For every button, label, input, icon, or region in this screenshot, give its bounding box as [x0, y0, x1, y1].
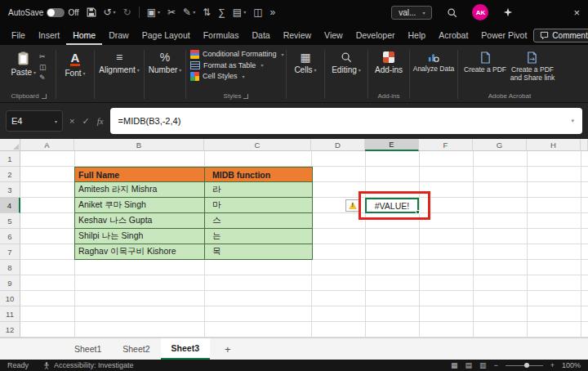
normal-view-button[interactable]: ▦: [451, 362, 458, 369]
row-header[interactable]: 2: [0, 167, 20, 182]
tab-data[interactable]: Data: [245, 26, 276, 45]
row-header[interactable]: 3: [0, 182, 20, 198]
formula-bar-expand-icon[interactable]: ▾: [571, 118, 574, 124]
name-box[interactable]: E4 ▾: [6, 110, 63, 132]
fill-handle[interactable]: [416, 210, 420, 214]
cells-group-button[interactable]: ▦ Cells: [294, 48, 316, 74]
copilot-button[interactable]: [503, 7, 513, 17]
cell-result[interactable]: 는: [205, 229, 313, 244]
cell-name[interactable]: Amitesh 라지 Mishra: [74, 182, 205, 198]
cut-button[interactable]: ✂: [39, 52, 47, 61]
tab-page-layout[interactable]: Page Layout: [136, 26, 197, 45]
page-break-view-button[interactable]: ▥: [479, 362, 487, 369]
tab-insert[interactable]: Insert: [32, 26, 66, 45]
cells-canvas[interactable]: Full Name MIDB function Amitesh 라지 Mishr…: [20, 151, 588, 337]
cell-name[interactable]: Shilpi 나는 Singh: [74, 229, 205, 244]
close-window-button[interactable]: ×: [573, 7, 580, 19]
conditional-formatting-button[interactable]: Conditional Formatting: [189, 48, 286, 60]
sheet-tab-sheet3-active[interactable]: Sheet3: [161, 338, 210, 360]
zoom-level[interactable]: 100%: [562, 361, 581, 369]
column-header[interactable]: D: [311, 139, 365, 151]
row-header[interactable]: 5: [0, 213, 20, 229]
autosum-quick-button[interactable]: ∑: [218, 7, 225, 17]
cell-result[interactable]: 목: [205, 244, 313, 260]
cell-name[interactable]: Raghav 이목구비 Kishore: [74, 244, 205, 260]
selected-cell-E4[interactable]: #VALUE!: [365, 198, 419, 213]
alignment-group-button[interactable]: ≡ Alignment: [99, 48, 139, 74]
select-all-button[interactable]: [0, 139, 20, 151]
cell-result[interactable]: 스: [205, 213, 313, 229]
cell-result[interactable]: 라: [205, 182, 313, 198]
zoom-slider[interactable]: [506, 365, 543, 366]
tab-acrobat[interactable]: Acrobat: [432, 26, 474, 45]
sort-quick-button[interactable]: ⇅: [203, 7, 211, 17]
cancel-button[interactable]: ×: [69, 116, 74, 126]
row-header[interactable]: 8: [0, 260, 20, 275]
accessibility-status[interactable]: Accessibility: Investigate: [43, 361, 134, 369]
tab-draw[interactable]: Draw: [102, 26, 136, 45]
row-header[interactable]: 10: [0, 291, 20, 306]
create-pdf-button[interactable]: Create a PDF: [464, 48, 506, 74]
search-box[interactable]: val... ▾: [391, 6, 432, 20]
cell-styles-button[interactable]: Cell Styles: [189, 70, 247, 82]
tab-help[interactable]: Help: [402, 26, 433, 45]
cell-name[interactable]: Aniket 쿠마 Singh: [74, 198, 205, 213]
comments-button[interactable]: Comments: [533, 29, 588, 42]
analyze-data-button[interactable]: Analyze Data: [413, 48, 455, 74]
format-as-table-button[interactable]: Format as Table: [189, 60, 265, 70]
column-header[interactable]: C: [204, 139, 311, 151]
cell-name[interactable]: Keshav 나스 Gupta: [74, 213, 205, 229]
tab-power-pivot[interactable]: Power Pivot: [474, 26, 533, 45]
editing-group-button[interactable]: Editing: [332, 48, 361, 74]
new-sheet-button[interactable]: +: [225, 343, 231, 355]
dialog-launcher-icon[interactable]: [243, 94, 248, 99]
cut-quick-button[interactable]: ✂: [167, 7, 176, 17]
error-checking-button[interactable]: [345, 199, 359, 212]
table-header-midb-function[interactable]: MIDB function: [205, 167, 313, 182]
tab-developer[interactable]: Developer: [350, 26, 402, 45]
dialog-launcher-icon[interactable]: [42, 94, 47, 99]
tab-formulas[interactable]: Formulas: [197, 26, 246, 45]
copy-button[interactable]: ◫: [39, 63, 47, 72]
avatar[interactable]: AK: [472, 4, 488, 20]
row-header[interactable]: 6: [0, 229, 20, 244]
fill-color-quick-button[interactable]: ▤: [233, 7, 246, 17]
enter-button[interactable]: ✓: [82, 116, 89, 127]
undo-button[interactable]: ↺: [104, 7, 116, 17]
formula-input[interactable]: =MIDB(B3,-2,4) ▾: [110, 108, 582, 134]
column-header[interactable]: A: [20, 139, 74, 151]
tab-file[interactable]: File: [5, 26, 32, 45]
zoom-in-button[interactable]: +: [550, 362, 555, 369]
row-header-selected[interactable]: 4: [0, 198, 20, 213]
tab-home[interactable]: Home: [66, 26, 102, 45]
merge-center-quick-button[interactable]: ◫: [253, 7, 262, 17]
paste-button[interactable]: Paste: [11, 48, 36, 77]
tab-review[interactable]: Review: [277, 26, 318, 45]
column-header[interactable]: B: [74, 139, 204, 151]
sheet-tab-sheet1[interactable]: Sheet1: [64, 338, 112, 360]
number-group-button[interactable]: % Number: [149, 48, 182, 74]
row-header[interactable]: 7: [0, 244, 20, 260]
save-button[interactable]: [87, 7, 96, 17]
tab-view[interactable]: View: [318, 26, 350, 45]
autosave-toggle[interactable]: AutoSave Off: [8, 8, 79, 17]
format-painter-button[interactable]: ✎: [39, 74, 47, 83]
sheet-tab-sheet2[interactable]: Sheet2: [112, 338, 160, 360]
addins-button[interactable]: Add-ins: [375, 48, 403, 74]
quick-access-overflow-button[interactable]: »: [270, 7, 276, 17]
create-pdf-share-button[interactable]: Create a PDF and Share link: [510, 48, 555, 83]
column-header[interactable]: F: [419, 139, 473, 151]
search-button[interactable]: [447, 7, 457, 18]
row-header[interactable]: 12: [0, 322, 20, 337]
column-header[interactable]: G: [473, 139, 527, 151]
redo-button[interactable]: ↻: [123, 7, 131, 17]
zoom-out-button[interactable]: −: [493, 362, 497, 369]
format-painter-quick-button[interactable]: ✎: [183, 7, 195, 17]
paste-quick-button[interactable]: ▣: [147, 7, 160, 17]
insert-function-button[interactable]: fx: [97, 116, 104, 126]
column-header[interactable]: H: [527, 139, 581, 151]
page-layout-view-button[interactable]: ▤: [465, 362, 472, 369]
row-header[interactable]: 1: [0, 151, 20, 167]
cell-result[interactable]: 마: [205, 198, 313, 213]
font-group-button[interactable]: A Font: [65, 48, 85, 78]
